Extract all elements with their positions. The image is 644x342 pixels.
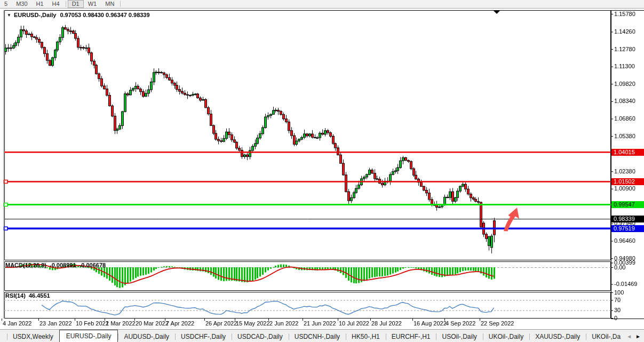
tab-ukoil-daily[interactable]: UKOil-,Daily [483, 331, 529, 342]
date-label-21-jun-2022: 21 Jun 2022 [304, 320, 336, 327]
hline-1.04015[interactable] [4, 150, 611, 154]
tabbar-scroll-right-icon[interactable]: ► [635, 333, 641, 339]
rsi-label: RSI(14)46.4551 [5, 292, 53, 299]
rsi-tick-100: 100 [614, 289, 624, 296]
level-price-label-1.01502: 1.01502 [611, 178, 644, 185]
mt4-window: 5M30H1H4D1W1MN ▼EURUSD-,Daily0.97053 0.9… [0, 0, 644, 342]
date-label-4-sep-2022: 4 Sep 2022 [446, 320, 475, 327]
tab-xauusd-daily[interactable]: XAUUSD-,Daily [529, 331, 586, 342]
price-tick-1.12780: 1.12780 [614, 46, 635, 52]
timeframe-button-5[interactable]: 5 [0, 0, 12, 8]
tab-usdcad-daily[interactable]: USDCAD-,Daily [232, 331, 289, 342]
timeframe-toolbar: 5M30H1H4D1W1MN [0, 0, 644, 9]
macd-tick-0-00: 0.00 [614, 264, 625, 271]
date-label-10-feb-2022: 10 Feb 2022 [76, 320, 109, 327]
price-tick-0.96460: 0.96460 [614, 237, 635, 244]
price-tick-1.15780: 1.15780 [614, 11, 635, 17]
macd-signal-value: -0.006678 [79, 262, 106, 268]
timeframe-button-d1[interactable]: D1 [68, 0, 84, 8]
chevron-down-icon: ▼ [7, 13, 11, 18]
timeframe-button-h1[interactable]: H1 [32, 0, 48, 8]
price-tick-1.02380: 1.02380 [614, 168, 635, 174]
tab-usdx-weekly[interactable]: USDX,Weekly [7, 331, 59, 342]
date-label-23-jan-2022: 23 Jan 2022 [39, 320, 72, 327]
tab-audusd-daily[interactable]: AUDUSD-,Daily [118, 331, 175, 342]
toolbar-separator [66, 1, 66, 7]
price-tick-1.08340: 1.08340 [614, 98, 635, 104]
level-price-label-1.04015: 1.04015 [611, 149, 644, 156]
toolbar-separator [120, 1, 121, 7]
tab-usoil-daily[interactable]: USOil-,Daily [436, 331, 482, 342]
date-label-22-sep-2022: 22 Sep 2022 [481, 320, 514, 327]
arrow-shape [504, 208, 519, 232]
arrow-annotation[interactable] [503, 207, 521, 232]
chart-symbol-label: EURUSD-,Daily [14, 12, 56, 18]
macd-label: MACD(12,26,9)-0.008991-0.006678 [5, 262, 109, 268]
date-label-10-jul-2022: 10 Jul 2022 [339, 320, 369, 327]
macd-tick-0-01469: -0.01469 [614, 281, 637, 287]
tab-usdchf-daily[interactable]: USDCHF-,Daily [175, 331, 232, 342]
tab-eurchf-h1[interactable]: EURCHF-,H1 [386, 331, 436, 342]
date-label-26-apr-2022: 26 Apr 2022 [205, 320, 237, 327]
tab-hk50-h1[interactable]: HK50-,H1 [346, 331, 386, 342]
price-tick-1.11300: 1.11300 [614, 63, 635, 69]
timeframe-button-m30[interactable]: M30 [12, 0, 31, 8]
current-price-label: 0.98339 [611, 216, 644, 222]
macd-main-value: -0.008991 [50, 262, 76, 268]
rsi-value: 46.4551 [29, 292, 50, 299]
price-tick-1.06860: 1.06860 [614, 115, 635, 122]
date-label-28-jul-2022: 28 Jul 2022 [371, 320, 402, 327]
rsi-tick-70: 70 [614, 297, 621, 303]
level-price-label-0.97519: 0.97519 [611, 225, 644, 232]
macd-name: MACD(12,26,9) [5, 262, 46, 268]
tabbar-scroll-arrows: ◄► [626, 330, 644, 342]
date-label-2-jun-2022: 2 Jun 2022 [269, 320, 298, 327]
rsi-tick-0: 0 [614, 315, 617, 321]
tab-ukoil-da[interactable]: UKOil-,Da [586, 331, 626, 342]
rsi-tick-30: 30 [614, 307, 621, 313]
tab-eurusd-daily[interactable]: EURUSD-,Daily [59, 330, 118, 342]
price-tick-1.09820: 1.09820 [614, 81, 635, 87]
timeframe-button-h4[interactable]: H4 [48, 0, 64, 8]
timeframe-button-w1[interactable]: W1 [84, 0, 101, 8]
timeframe-button-mn[interactable]: MN [101, 0, 118, 8]
tab-usdcnh-daily[interactable]: USDCNH-,Daily [289, 331, 346, 342]
price-tick-1.05380: 1.05380 [614, 133, 635, 139]
tabbar-scroll-left-icon[interactable]: ◄ [626, 333, 632, 339]
date-label-15-may-2022: 15 May 2022 [236, 320, 270, 327]
chart-title: ▼EURUSD-,Daily0.97053 0.98430 0.96347 0.… [7, 12, 150, 18]
date-label-20-mar-2022: 20 Mar 2022 [136, 320, 169, 327]
hline-1.01502[interactable] [4, 180, 611, 184]
hline-0.99547[interactable] [4, 203, 611, 206]
symbol-tabbar: USDX,WeeklyEURUSD-,DailyAUDUSD-,DailyUSD… [0, 329, 644, 342]
price-tick-1.00900: 1.00900 [614, 185, 635, 192]
date-label-16-aug-2022: 16 Aug 2022 [414, 320, 447, 327]
level-price-label-0.99547: 0.99547 [611, 201, 644, 208]
date-label-1-mar-2022: 1 Mar 2022 [106, 320, 136, 327]
date-label-4-jan-2022: 4 Jan 2022 [3, 320, 31, 327]
chart-ohlc-values: 0.97053 0.98430 0.96347 0.98339 [60, 12, 149, 18]
chart-canvas[interactable] [0, 0, 644, 342]
price-tick-1.14260: 1.14260 [614, 28, 635, 35]
date-label-7-apr-2022: 7 Apr 2022 [166, 320, 194, 327]
rsi-name: RSI(14) [5, 292, 26, 299]
